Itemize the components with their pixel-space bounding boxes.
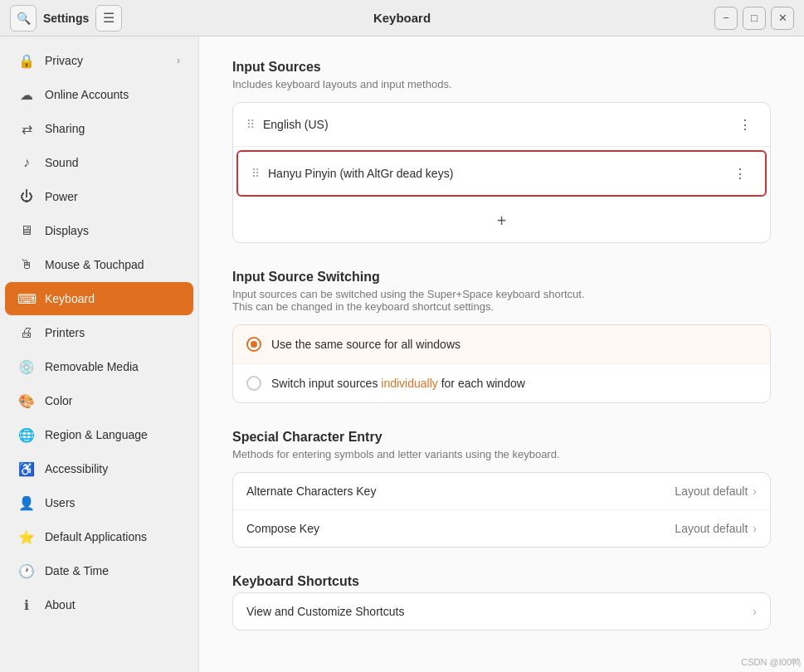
sidebar-label-mouse-touchpad: Mouse & Touchpad bbox=[45, 258, 180, 271]
special-char-subtitle: Methods for entering symbols and letter … bbox=[232, 448, 771, 460]
sidebar-item-online-accounts[interactable]: ☁Online Accounts bbox=[5, 78, 193, 111]
switching-title: Input Source Switching bbox=[232, 270, 771, 285]
keyboard-icon: ⌨ bbox=[18, 290, 35, 307]
sidebar-label-region-language: Region & Language bbox=[45, 428, 180, 441]
sidebar-item-sound[interactable]: ♪Sound bbox=[5, 146, 193, 179]
input-sources-card: ⠿ English (US) ⋮ ⠿ Hanyu Pinyin (with Al… bbox=[232, 102, 771, 243]
view-shortcuts-chevron-icon: › bbox=[753, 605, 757, 618]
minimize-icon: − bbox=[723, 12, 729, 24]
minimize-button[interactable]: − bbox=[714, 7, 738, 30]
input-source-menu-hanyu[interactable]: ⋮ bbox=[728, 162, 752, 185]
sidebar-item-color[interactable]: 🎨Color bbox=[5, 384, 193, 417]
input-source-row-hanyu: ⠿ Hanyu Pinyin (with AltGr dead keys) ⋮ bbox=[236, 150, 767, 197]
watermark: CSDN @I00鸭 bbox=[741, 656, 801, 669]
switching-subtitle: Input sources can be switched using the … bbox=[232, 288, 771, 313]
sidebar-item-mouse-touchpad[interactable]: 🖱Mouse & Touchpad bbox=[5, 248, 193, 281]
input-sources-title: Input Sources bbox=[232, 60, 771, 75]
sidebar-item-accessibility[interactable]: ♿Accessibility bbox=[5, 452, 193, 485]
sidebar-item-default-applications[interactable]: ⭐Default Applications bbox=[5, 520, 193, 553]
add-icon: + bbox=[497, 212, 507, 231]
drag-handle-english[interactable]: ⠿ bbox=[246, 118, 255, 131]
sidebar-item-users[interactable]: 👤Users bbox=[5, 486, 193, 519]
about-icon: ℹ bbox=[18, 597, 35, 613]
online-accounts-icon: ☁ bbox=[18, 86, 35, 103]
compose-key-row[interactable]: Compose Key Layout default › bbox=[233, 510, 770, 547]
sidebar-label-printers: Printers bbox=[45, 326, 180, 339]
sidebar-label-accessibility: Accessibility bbox=[45, 462, 180, 475]
page-title: Keyboard bbox=[373, 11, 431, 25]
alternate-chars-chevron-icon: › bbox=[753, 485, 757, 498]
removable-media-icon: 💿 bbox=[18, 358, 35, 375]
view-shortcuts-row[interactable]: View and Customize Shortcuts › bbox=[233, 593, 770, 630]
color-icon: 🎨 bbox=[18, 392, 35, 409]
compose-key-value: Layout default bbox=[675, 522, 748, 535]
sidebar-item-date-time[interactable]: 🕐Date & Time bbox=[5, 554, 193, 587]
privacy-icon: 🔒 bbox=[18, 52, 35, 69]
view-shortcuts-label: View and Customize Shortcuts bbox=[246, 605, 753, 618]
alternate-chars-value: Layout default bbox=[675, 485, 748, 498]
sidebar-item-power[interactable]: ⏻Power bbox=[5, 180, 193, 213]
sidebar-item-about[interactable]: ℹAbout bbox=[5, 588, 193, 621]
sidebar: 🔒Privacy›☁Online Accounts⇄Sharing♪Sound⏻… bbox=[0, 37, 199, 672]
main-content: Input Sources Includes keyboard layouts … bbox=[199, 37, 804, 672]
add-input-source-button[interactable]: + bbox=[233, 200, 770, 242]
close-button[interactable]: ✕ bbox=[771, 7, 794, 30]
sidebar-item-displays[interactable]: 🖥Displays bbox=[5, 214, 193, 247]
displays-icon: 🖥 bbox=[18, 222, 35, 239]
alternate-chars-label: Alternate Characters Key bbox=[246, 485, 675, 498]
sidebar-label-keyboard: Keyboard bbox=[45, 292, 180, 305]
maximize-icon: □ bbox=[751, 12, 758, 24]
date-time-icon: 🕐 bbox=[18, 562, 35, 579]
compose-key-label: Compose Key bbox=[246, 522, 675, 535]
sidebar-label-users: Users bbox=[45, 496, 180, 509]
sidebar-label-sharing: Sharing bbox=[45, 122, 180, 135]
sharing-icon: ⇄ bbox=[18, 120, 35, 137]
input-sources-section: Input Sources Includes keyboard layouts … bbox=[232, 60, 771, 243]
sidebar-label-online-accounts: Online Accounts bbox=[45, 88, 180, 101]
sidebar-item-privacy[interactable]: 🔒Privacy› bbox=[5, 44, 193, 77]
search-button[interactable]: 🔍 bbox=[10, 5, 37, 32]
app-title: Settings bbox=[43, 12, 89, 25]
sidebar-item-sharing[interactable]: ⇄Sharing bbox=[5, 112, 193, 145]
sidebar-label-privacy: Privacy bbox=[45, 54, 167, 67]
sound-icon: ♪ bbox=[18, 154, 35, 171]
input-source-switching-section: Input Source Switching Input sources can… bbox=[232, 270, 771, 403]
maximize-button[interactable]: □ bbox=[743, 7, 766, 30]
compose-key-chevron-icon: › bbox=[753, 522, 757, 535]
sidebar-label-sound: Sound bbox=[45, 156, 180, 169]
sidebar-item-printers[interactable]: 🖨Printers bbox=[5, 316, 193, 349]
titlebar: 🔍 Settings ☰ Keyboard − □ ✕ bbox=[0, 0, 804, 37]
special-character-section: Special Character Entry Methods for ente… bbox=[232, 430, 771, 548]
region-language-icon: 🌐 bbox=[18, 426, 35, 443]
sidebar-label-about: About bbox=[45, 598, 180, 611]
search-icon: 🔍 bbox=[17, 12, 31, 25]
sidebar-label-color: Color bbox=[45, 394, 180, 407]
same-source-radio[interactable] bbox=[246, 337, 261, 352]
same-source-label: Use the same source for all windows bbox=[271, 338, 460, 351]
sidebar-label-default-applications: Default Applications bbox=[45, 530, 180, 543]
sidebar-label-date-time: Date & Time bbox=[45, 564, 180, 577]
window-controls: − □ ✕ bbox=[714, 7, 794, 30]
sidebar-label-power: Power bbox=[45, 190, 180, 203]
input-source-label-english: English (US) bbox=[263, 118, 725, 131]
sidebar-item-region-language[interactable]: 🌐Region & Language bbox=[5, 418, 193, 451]
sidebar-item-removable-media[interactable]: 💿Removable Media bbox=[5, 350, 193, 383]
drag-handle-hanyu[interactable]: ⠿ bbox=[251, 167, 260, 180]
input-source-row-english: ⠿ English (US) ⋮ bbox=[233, 103, 770, 147]
input-source-menu-english[interactable]: ⋮ bbox=[733, 113, 757, 136]
menu-button[interactable]: ☰ bbox=[95, 5, 122, 32]
sidebar-label-displays: Displays bbox=[45, 224, 180, 237]
main-layout: 🔒Privacy›☁Online Accounts⇄Sharing♪Sound⏻… bbox=[0, 37, 804, 672]
same-source-option[interactable]: Use the same source for all windows bbox=[233, 325, 770, 364]
input-source-label-hanyu: Hanyu Pinyin (with AltGr dead keys) bbox=[268, 167, 720, 180]
close-icon: ✕ bbox=[778, 12, 787, 24]
individual-source-radio[interactable] bbox=[246, 376, 261, 391]
individual-source-option[interactable]: Switch input sources individually for ea… bbox=[233, 364, 770, 402]
default-applications-icon: ⭐ bbox=[18, 528, 35, 545]
sidebar-item-keyboard[interactable]: ⌨Keyboard bbox=[5, 282, 193, 315]
shortcuts-title: Keyboard Shortcuts bbox=[232, 574, 771, 589]
keyboard-shortcuts-section: Keyboard Shortcuts View and Customize Sh… bbox=[232, 574, 771, 631]
mouse-touchpad-icon: 🖱 bbox=[18, 256, 35, 273]
alternate-chars-row[interactable]: Alternate Characters Key Layout default … bbox=[233, 473, 770, 510]
menu-icon: ☰ bbox=[103, 10, 115, 26]
